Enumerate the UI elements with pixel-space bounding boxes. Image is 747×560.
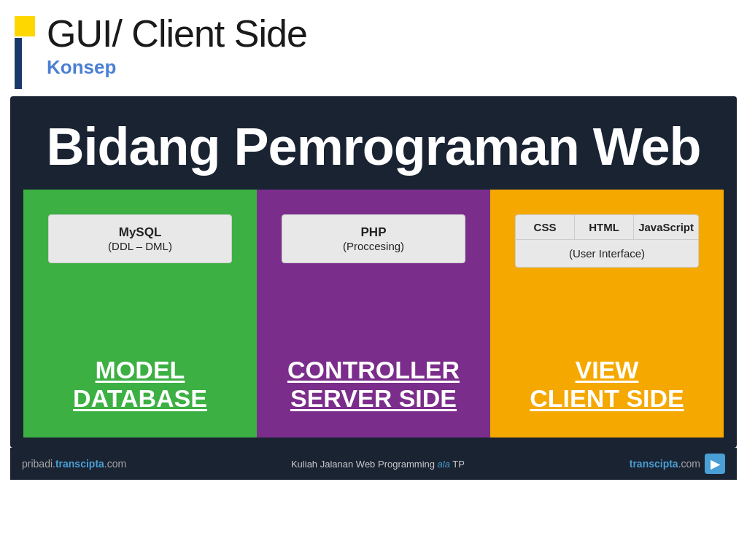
col-model: MySQL (DDL – DML) MODEL DATABASE [23, 190, 257, 438]
js-tag: JavaScript [634, 215, 698, 239]
controller-infobox-title: PHP [297, 225, 450, 240]
model-infobox-title: MySQL [63, 225, 217, 240]
model-label-main: MODEL [73, 356, 207, 384]
footer-right-text: transcipta.com [630, 458, 700, 470]
header-accent [15, 16, 35, 89]
columns-grid: MySQL (DDL – DML) MODEL DATABASE PHP (Pr… [23, 190, 724, 438]
controller-infobox-sub: (Proccesing) [297, 240, 450, 252]
header: GUI/ Client Side Konsep [0, 0, 747, 96]
footer: pribadi.transcipta.com Kuliah Jalanan We… [10, 448, 737, 480]
model-infobox-sub: (DDL – DML) [63, 240, 217, 252]
controller-label-main: CONTROLLER [287, 356, 460, 384]
header-text: GUI/ Client Side Konsep [47, 13, 307, 79]
view-label-sub: CLIENT SIDE [530, 384, 684, 413]
footer-icon: ▶ [705, 454, 725, 474]
footer-center: Kuliah Jalanan Web Programming ala TP [291, 459, 465, 470]
controller-label: CONTROLLER SERVER SIDE [287, 356, 460, 423]
col-controller: PHP (Proccesing) CONTROLLER SERVER SIDE [257, 190, 490, 438]
css-tag: CSS [516, 215, 575, 239]
page: GUI/ Client Side Konsep Bidang Pemrogram… [0, 0, 747, 560]
main-container: Bidang Pemrograman Web MySQL (DDL – DML)… [10, 96, 737, 448]
view-label-main: VIEW [530, 356, 684, 384]
controller-infobox: PHP (Proccesing) [282, 214, 465, 263]
view-label: VIEW CLIENT SIDE [530, 356, 684, 423]
footer-right: transcipta.com ▶ [630, 454, 725, 474]
model-label-sub: DATABASE [73, 384, 207, 413]
footer-left: pribadi.transcipta.com [22, 458, 126, 470]
accent-blue-block [15, 38, 22, 89]
accent-yellow-block [15, 16, 35, 36]
main-title: Bidang Pemrograman Web [23, 109, 724, 190]
header-title: GUI/ Client Side [47, 13, 307, 55]
model-label: MODEL DATABASE [73, 356, 207, 423]
ui-tags-row: CSS HTML JavaScript [516, 215, 698, 240]
view-infobox: CSS HTML JavaScript (User Interface) [515, 214, 699, 268]
footer-left-brand: transcipta [55, 458, 104, 470]
bottom-bar [23, 438, 724, 448]
model-infobox: MySQL (DDL – DML) [48, 214, 232, 263]
footer-right-brand: transcipta [630, 458, 678, 470]
controller-label-sub: SERVER SIDE [287, 384, 460, 413]
html-tag: HTML [575, 215, 634, 239]
col-view: CSS HTML JavaScript (User Interface) VIE… [490, 190, 724, 438]
ui-bottom: (User Interface) [516, 240, 698, 267]
header-subtitle: Konsep [47, 56, 307, 79]
